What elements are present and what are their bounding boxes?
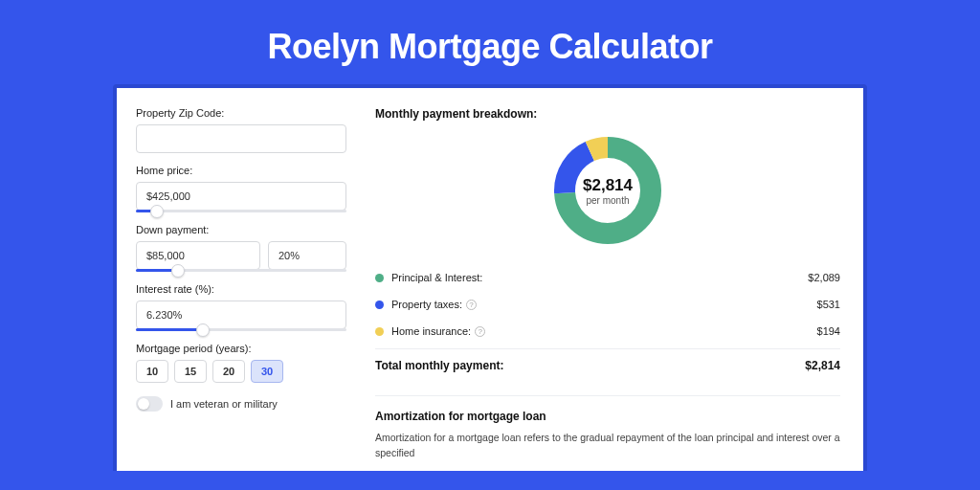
period-option-30[interactable]: 30 xyxy=(251,360,283,383)
veteran-row: I am veteran or military xyxy=(136,396,346,412)
interest-input[interactable] xyxy=(136,301,346,329)
help-icon[interactable]: ? xyxy=(466,300,477,310)
home-price-slider[interactable] xyxy=(136,210,346,212)
amortization-section: Amortization for mortgage loan Amortizat… xyxy=(375,395,840,461)
legend-label: Home insurance: ? xyxy=(391,325,817,337)
legend-value: $531 xyxy=(817,299,840,310)
donut-chart-wrap: $2,814 per month xyxy=(375,130,840,264)
legend-taxes: Property taxes: ? $531 xyxy=(375,291,840,318)
calculator-card: Property Zip Code: Home price: Down paym… xyxy=(117,88,863,471)
slider-thumb-icon[interactable] xyxy=(171,264,185,278)
down-payment-slider[interactable] xyxy=(136,269,346,272)
donut-sub: per month xyxy=(586,195,629,206)
total-row: Total monthly payment: $2,814 xyxy=(375,348,840,382)
donut-chart: $2,814 per month xyxy=(551,134,664,247)
zip-label: Property Zip Code: xyxy=(136,107,346,119)
period-option-15[interactable]: 15 xyxy=(174,360,207,383)
form-panel: Property Zip Code: Home price: Down paym… xyxy=(117,88,366,471)
page-title: Roelyn Mortgage Calculator xyxy=(0,0,980,84)
slider-thumb-icon[interactable] xyxy=(196,323,210,337)
period-option-20[interactable]: 20 xyxy=(212,360,245,383)
down-payment-input[interactable] xyxy=(136,241,260,270)
donut-center: $2,814 per month xyxy=(551,134,664,247)
home-price-label: Home price: xyxy=(136,165,346,176)
veteran-toggle[interactable] xyxy=(136,396,163,412)
legend-principal: Principal & Interest: $2,089 xyxy=(375,264,840,291)
down-payment-label: Down payment: xyxy=(136,224,346,235)
donut-value: $2,814 xyxy=(583,176,633,195)
interest-field: Interest rate (%): xyxy=(136,283,346,331)
period-option-10[interactable]: 10 xyxy=(136,360,168,383)
period-options: 10 15 20 30 xyxy=(136,360,346,383)
toggle-thumb-icon xyxy=(138,398,149,410)
zip-input[interactable] xyxy=(136,124,346,153)
interest-slider[interactable] xyxy=(136,328,346,331)
dot-icon xyxy=(375,301,384,309)
legend-value: $194 xyxy=(817,325,840,337)
breakdown-title: Monthly payment breakdown: xyxy=(375,107,840,121)
zip-field: Property Zip Code: xyxy=(136,107,346,153)
legend-label: Property taxes: ? xyxy=(391,299,817,310)
dot-icon xyxy=(375,327,384,336)
help-icon[interactable]: ? xyxy=(475,326,485,337)
home-price-input[interactable] xyxy=(136,182,346,211)
legend-value: $2,089 xyxy=(808,272,840,283)
total-label: Total monthly payment: xyxy=(375,359,805,372)
amortization-text: Amortization for a mortgage loan refers … xyxy=(375,431,840,461)
dot-icon xyxy=(375,274,384,282)
amortization-title: Amortization for mortgage loan xyxy=(375,410,840,423)
card-backdrop: Property Zip Code: Home price: Down paym… xyxy=(113,84,867,471)
down-payment-pct-input[interactable] xyxy=(268,241,346,270)
breakdown-panel: Monthly payment breakdown: $2,814 per mo… xyxy=(366,88,863,471)
legend-insurance: Home insurance: ? $194 xyxy=(375,318,840,345)
interest-label: Interest rate (%): xyxy=(136,283,346,295)
down-payment-field: Down payment: xyxy=(136,224,346,272)
slider-thumb-icon[interactable] xyxy=(150,205,164,218)
home-price-field: Home price: xyxy=(136,165,346,212)
period-field: Mortgage period (years): 10 15 20 30 xyxy=(136,343,346,383)
veteran-label: I am veteran or military xyxy=(170,398,278,410)
legend-label: Principal & Interest: xyxy=(391,272,808,283)
total-value: $2,814 xyxy=(805,359,840,372)
period-label: Mortgage period (years): xyxy=(136,343,346,354)
